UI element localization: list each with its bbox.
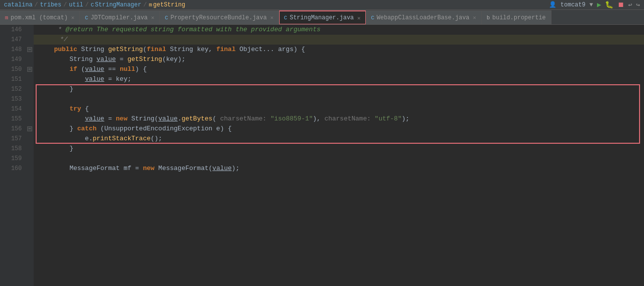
tomcat-label[interactable]: tomcat9: [560, 1, 585, 8]
tab-build-icon: b: [487, 15, 490, 21]
comment-147: */: [41, 35, 68, 45]
code-content[interactable]: * @return The requested string formatted…: [34, 25, 644, 286]
ln-150: 150: [0, 64, 26, 74]
gutter-150: −: [26, 64, 34, 74]
breadcrumb-tribes[interactable]: tribes: [40, 1, 61, 8]
tab-pom-label: pom.xml (tomcat): [11, 14, 68, 21]
code-155: value = new String(value.getBytes( chars…: [39, 114, 409, 124]
ln-160: 160: [0, 164, 26, 173]
code-160: MessageFormat mf = new MessageFormat(val…: [39, 164, 240, 173]
gutter-157: [26, 134, 34, 144]
code-line-154: try {: [34, 104, 644, 114]
code-150: if (value == null) {: [39, 64, 147, 74]
gutter-148: −: [26, 45, 34, 55]
tab-build[interactable]: b build.propertie: [482, 10, 551, 24]
code-152: }: [39, 84, 73, 94]
tab-pom[interactable]: m pom.xml (tomcat) ✕: [0, 10, 80, 24]
gutter-147: [26, 35, 34, 45]
gutter-146: [26, 25, 34, 35]
fold-156[interactable]: −: [27, 126, 32, 131]
top-bar-right: 👤 tomcat9 ▼ ▶ 🐛 ⏹ ↩ ↪: [549, 0, 640, 9]
tab-prb-label: PropertyResourceBundle.java: [171, 14, 267, 21]
gutter-152: [26, 84, 34, 94]
code-148: public String getString(final String key…: [39, 45, 305, 55]
gutter-158: [26, 144, 34, 154]
ln-149: 149: [0, 55, 26, 64]
code-149: String value = getString(key);: [39, 55, 185, 64]
tab-build-label: build.propertie: [493, 14, 546, 21]
ln-156: 156: [0, 124, 26, 134]
tab-webapp-close[interactable]: ✕: [473, 14, 476, 21]
gutter-area: − − −: [26, 25, 34, 286]
tab-pom-icon: m: [5, 15, 8, 21]
breadcrumb-sm-icon: C: [91, 2, 94, 8]
sep3: /: [85, 1, 89, 8]
tab-jdt-icon: C: [85, 15, 88, 21]
avatar-icon: 👤: [549, 1, 556, 8]
code-157: e.printStackTrace();: [39, 134, 162, 144]
tab-jdt[interactable]: C JDTCompiler.java ✕: [80, 10, 159, 24]
redo-icon[interactable]: ↪: [636, 1, 640, 9]
tab-sm[interactable]: C StringManager.java ✕: [279, 10, 366, 24]
tab-prb-icon: C: [165, 15, 168, 21]
code-156: } catch (UnsupportedEncodingException e)…: [39, 124, 232, 134]
tab-sm-close[interactable]: ✕: [357, 15, 361, 21]
sep2: /: [63, 1, 67, 8]
tab-webapp-icon: C: [371, 15, 374, 21]
breadcrumb-catalina[interactable]: catalina: [4, 1, 33, 8]
code-line-148: public String getString(final String key…: [34, 45, 644, 55]
code-line-149: String value = getString(key);: [34, 55, 644, 64]
code-line-146: * @return The requested string formatted…: [34, 25, 644, 35]
code-154: try {: [39, 104, 89, 114]
gutter-159: [26, 154, 34, 164]
gutter-156: −: [26, 124, 34, 134]
tab-webapp-label: WebappClassLoaderBase.java: [377, 14, 469, 21]
dropdown-icon[interactable]: ▼: [590, 1, 593, 8]
breadcrumb-util[interactable]: util: [69, 1, 83, 8]
gutter-149: [26, 55, 34, 64]
fold-148[interactable]: −: [27, 47, 32, 52]
stop-icon[interactable]: ⏹: [617, 1, 624, 9]
code-line-151: value = key;: [34, 74, 644, 84]
ln-157: 157: [0, 134, 26, 144]
tab-webapp[interactable]: C WebappClassLoaderBase.java ✕: [366, 10, 481, 24]
code-line-157: e.printStackTrace();: [34, 134, 644, 144]
code-line-159: [34, 154, 644, 164]
ln-154: 154: [0, 104, 26, 114]
code-line-147: */: [34, 35, 644, 45]
code-area: 146 147 148 149 150 151 152 153 154 155 …: [0, 25, 644, 286]
code-line-156: } catch (UnsupportedEncodingException e)…: [34, 124, 644, 134]
sep1: /: [35, 1, 38, 8]
ln-147: 147: [0, 35, 26, 45]
code-line-160: MessageFormat mf = new MessageFormat(val…: [34, 164, 644, 173]
run-icon[interactable]: ▶: [597, 0, 601, 9]
debug-icon[interactable]: 🐛: [605, 0, 613, 9]
code-line-150: if (value == null) {: [34, 64, 644, 74]
code-line-155: value = new String(value.getBytes( chars…: [34, 114, 644, 124]
code-158: }: [39, 144, 73, 154]
gutter-151: [26, 74, 34, 84]
breadcrumb-method-icon: m: [149, 2, 152, 8]
gutter-155: [26, 114, 34, 124]
fold-150[interactable]: −: [27, 67, 32, 72]
tab-sm-icon: C: [284, 15, 288, 21]
tab-pom-close[interactable]: ✕: [71, 14, 75, 21]
code-line-152: }: [34, 84, 644, 94]
gutter-154: [26, 104, 34, 114]
undo-icon[interactable]: ↩: [628, 1, 632, 9]
tab-jdt-close[interactable]: ✕: [151, 14, 154, 21]
breadcrumb: catalina / tribes / util / C StringManag…: [4, 1, 549, 8]
ln-155: 155: [0, 114, 26, 124]
ln-152: 152: [0, 84, 26, 94]
ln-158: 158: [0, 144, 26, 154]
code-151: value = key;: [39, 74, 131, 84]
ln-146: 146: [0, 25, 26, 35]
line-numbers: 146 147 148 149 150 151 152 153 154 155 …: [0, 25, 26, 286]
gutter-153: [26, 94, 34, 104]
tab-prb-close[interactable]: ✕: [270, 14, 274, 21]
sep4: /: [143, 1, 147, 8]
ln-153: 153: [0, 94, 26, 104]
tab-prb[interactable]: C PropertyResourceBundle.java ✕: [160, 10, 279, 24]
breadcrumb-stringmanager[interactable]: StringManager: [95, 1, 142, 8]
ln-159: 159: [0, 154, 26, 164]
